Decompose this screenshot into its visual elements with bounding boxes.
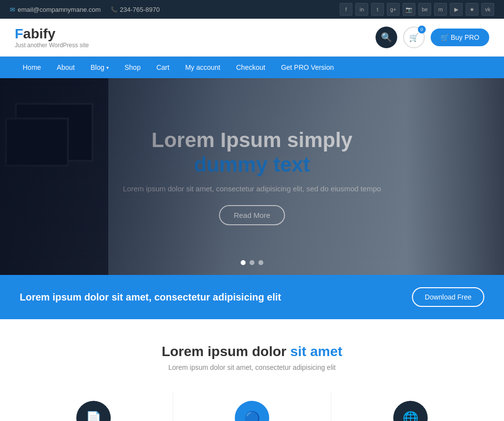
nav-get-pro[interactable]: Get PRO Version (273, 57, 342, 78)
googleplus-icon[interactable]: g+ (387, 3, 400, 16)
logo-title: Fabify (15, 26, 89, 42)
messenger-icon[interactable]: m (434, 3, 447, 16)
cta-text: Lorem ipsum dolor sit amet, consectetur … (20, 292, 281, 303)
feature-icon-2: 🔵 (235, 401, 269, 421)
carousel-dots (241, 260, 263, 265)
youtube-icon[interactable]: ▶ (450, 3, 463, 16)
nav-blog[interactable]: Blog ▾ (83, 57, 117, 78)
blog-dropdown-arrow: ▾ (106, 65, 109, 70)
nav-checkout[interactable]: Checkout (228, 57, 273, 78)
search-button[interactable]: 🔍 (376, 27, 397, 48)
nav-about[interactable]: About (49, 57, 83, 78)
nav-my-account[interactable]: My account (177, 57, 228, 78)
logo-tagline: Just another WordPress site (15, 42, 89, 49)
buy-pro-button[interactable]: 🛒 Buy PRO (431, 29, 489, 46)
carousel-dot-3[interactable] (258, 260, 263, 265)
feature-card-1: 📄 (15, 391, 173, 421)
nav-home[interactable]: Home (15, 57, 49, 78)
feature-card-3: 🌐 (331, 391, 489, 421)
site-header: Fabify Just another WordPress site 🔍 🛒 0… (0, 19, 504, 57)
features-section: Lorem ipsum dolor sit amet Lorem ipsum d… (0, 319, 504, 421)
hero-center-overlay (0, 78, 504, 275)
topbar-phone: 234-765-8970 (111, 6, 160, 13)
star-icon[interactable]: ★ (466, 3, 478, 16)
instagram-icon[interactable]: 📷 (403, 3, 415, 16)
site-logo[interactable]: Fabify Just another WordPress site (15, 26, 89, 49)
feature-card-2: 🔵 (173, 391, 332, 421)
cart-badge: 0 (418, 26, 426, 33)
main-navbar: Home About Blog ▾ Shop Cart My account C… (0, 57, 504, 78)
topbar-contact: email@compamnymane.com 234-765-8970 (10, 6, 160, 13)
cta-banner: Lorem ipsum dolor sit amet, consectetur … (0, 275, 504, 319)
email-icon (10, 6, 15, 13)
social-icons-bar: f in t g+ 📷 be m ▶ ★ vk (340, 3, 494, 16)
download-free-button[interactable]: Download Free (412, 287, 484, 307)
hero-section: Lorem Ipsum simply dummy text Lorem ipsu… (0, 78, 504, 275)
header-actions: 🔍 🛒 0 🛒 Buy PRO (376, 27, 489, 48)
linkedin-icon[interactable]: in (355, 3, 368, 16)
nav-cart[interactable]: Cart (149, 57, 177, 78)
topbar-email: email@compamnymane.com (10, 6, 101, 13)
features-grid: 📄 🔵 🌐 (15, 391, 489, 421)
cart-button[interactable]: 🛒 0 (403, 27, 425, 48)
vk-icon[interactable]: vk (481, 3, 494, 16)
feature-icon-3: 🌐 (393, 401, 428, 421)
twitter-icon[interactable]: t (371, 3, 384, 16)
carousel-dot-2[interactable] (250, 260, 254, 265)
phone-icon (111, 6, 118, 13)
features-subtitle: Lorem ipsum dolor sit amet, consectetur … (15, 363, 489, 371)
features-title: Lorem ipsum dolor sit amet (15, 344, 489, 360)
behance-icon[interactable]: be (418, 3, 431, 16)
topbar: email@compamnymane.com 234-765-8970 f in… (0, 0, 504, 19)
feature-icon-1: 📄 (76, 401, 111, 421)
carousel-dot-1[interactable] (241, 260, 246, 265)
nav-shop[interactable]: Shop (117, 57, 149, 78)
facebook-icon[interactable]: f (340, 3, 352, 16)
